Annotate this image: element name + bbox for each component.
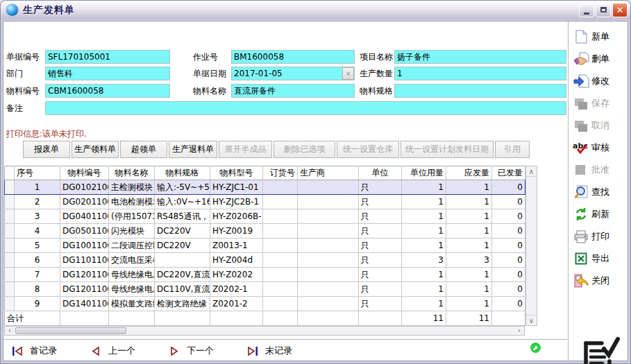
cell-material-spec: DC220V,直流 (155, 268, 210, 282)
items-grid: 序号 物料编号 物料名称 物料规格 物料型号 订货号 生产商 单位 单位用量 应… (4, 166, 525, 326)
col-header[interactable]: 生产商 (298, 166, 359, 180)
production-qty-field[interactable] (394, 67, 566, 80)
sidebar-button-close[interactable]: 关闭 (573, 272, 628, 290)
sidebar-button-audit[interactable]: abc 审核 (573, 139, 628, 157)
action-button[interactable]: 生产退料单 (169, 141, 217, 158)
col-header[interactable]: 物料编号 (60, 166, 109, 180)
scrollbar-thumb[interactable] (15, 327, 126, 334)
sidebar-label: 删单 (591, 53, 609, 65)
sidebar-button-delete[interactable]: 删单 (573, 50, 628, 68)
col-header[interactable]: 单位 (359, 166, 402, 180)
material-spec-label: 物料规格 (360, 84, 393, 98)
table-row[interactable]: 3 DG0401100 (停用150731 RS485通讯， HY-Z0206B… (5, 209, 525, 224)
date-dropdown-chevron-icon[interactable]: ∨ (342, 67, 354, 80)
material-no-field[interactable] (45, 84, 170, 98)
cell-material-name: 电池检测模块 (109, 195, 155, 209)
table-row[interactable]: 9 DG1401100 模拟量支路绝缘 检测支路绝缘 Z0201-2 只 1 1… (5, 297, 525, 311)
cell-material-spec: 检测支路绝缘 (155, 297, 210, 311)
edit-doc-icon (573, 73, 589, 89)
sidebar-button-find[interactable]: 查找 (573, 183, 628, 201)
grid-vertical-scrollbar[interactable]: ∧ ∨ (525, 166, 537, 326)
action-button[interactable]: 生产领料单 (71, 141, 119, 158)
sidebar-button-approve: 批准 (573, 161, 628, 179)
job-no-field[interactable] (231, 50, 355, 64)
cell-material-spec (155, 253, 210, 268)
main-area: 单据编号 作业号 项目名称 部门 单据日期 ∨ 生产数量 物料编号 物料名称 物… (3, 21, 567, 361)
cell-issued-qty: 0 (492, 282, 525, 297)
doc-date-field[interactable] (231, 67, 355, 80)
sidebar-button-export[interactable]: 导出 (573, 250, 628, 268)
close-icon[interactable]: ✕ (612, 3, 628, 17)
grid-horizontal-scrollbar[interactable]: ‹ › (4, 326, 525, 336)
department-field[interactable] (45, 67, 170, 80)
cell-issued-qty: 0 (492, 195, 525, 209)
material-name-field[interactable] (231, 84, 355, 98)
table-row[interactable]: 2 DG0201100 电池检测模块 输入:0V~+16V HY-ZJC2B-1… (5, 195, 525, 209)
row-selector[interactable] (5, 239, 15, 253)
table-row[interactable]: 8 DG1201100 母线绝缘电压 DC110V,直流 Z0202-1 只 1… (5, 282, 525, 297)
cell-issued-qty: 0 (492, 209, 525, 224)
row-selector[interactable] (5, 268, 15, 282)
col-header[interactable]: 应发量 (446, 166, 492, 180)
cell-material-model: HY-Z0019 (210, 224, 263, 239)
cell-material-spec: RS485通讯， (155, 209, 210, 224)
cell-order-no (263, 297, 298, 311)
row-selector[interactable] (5, 209, 15, 224)
print-info-text: 打印信息:该单未打印. (6, 128, 87, 140)
cell-material-name: 模拟量支路绝缘 (109, 297, 155, 311)
row-selector[interactable] (5, 253, 15, 268)
col-header[interactable]: 订货号 (263, 166, 298, 180)
nav-label: 末记录 (265, 345, 292, 357)
minimize-icon[interactable] (579, 3, 594, 17)
col-header[interactable]: 单位用量 (402, 166, 446, 180)
project-name-field[interactable] (394, 50, 566, 64)
next-record-button[interactable]: 下一个 (166, 343, 214, 358)
material-spec-field[interactable] (394, 84, 566, 98)
action-button: 引用 (495, 141, 530, 158)
sidebar-button-new[interactable]: 新单 (573, 28, 628, 46)
cell-unit-usage: 1 (402, 195, 446, 209)
maximize-icon[interactable] (596, 3, 611, 17)
cell-unit-usage: 1 (402, 239, 446, 253)
col-header[interactable]: 序号 (15, 166, 60, 180)
cell-due-qty: 1 (446, 195, 492, 209)
cell-due-qty: 3 (446, 253, 492, 268)
table-row[interactable]: 6 DG1101100 交流电压采样 HY-Z004d 只 3 3 0 (5, 253, 525, 268)
doc-no-field[interactable] (45, 50, 170, 64)
cell-material-no: DG1401100 (60, 297, 109, 311)
row-selector[interactable] (5, 297, 15, 311)
col-header[interactable]: 物料名称 (109, 166, 155, 180)
prev-record-button[interactable]: 上一个 (87, 343, 135, 358)
cell-material-model: HY-Z004d (210, 253, 263, 268)
cell-seq: 1 (15, 180, 60, 195)
col-header[interactable]: 物料型号 (210, 166, 263, 180)
action-button[interactable]: 超领单 (120, 141, 167, 158)
col-header[interactable]: 已发量 (492, 166, 525, 180)
sidebar-button-refresh[interactable]: 刷新 (573, 205, 628, 223)
cell-material-spec: 输入:-5V~+5V (155, 180, 210, 195)
row-selector[interactable] (5, 180, 15, 195)
sidebar-button-print[interactable]: 打印 (573, 227, 628, 245)
row-selector[interactable] (5, 282, 15, 297)
scroll-right-icon[interactable]: › (514, 327, 524, 335)
last-record-button[interactable]: 末记录 (244, 343, 292, 358)
table-row[interactable]: 5 DG1001100 二段调压控制 DC220V Z0013-1 只 1 1 … (5, 239, 525, 253)
scroll-down-icon[interactable]: ∨ (526, 315, 537, 325)
action-button[interactable]: 报废单 (23, 141, 70, 158)
first-record-button[interactable]: 首记录 (9, 343, 57, 358)
row-selector[interactable] (5, 224, 15, 239)
record-navigation: 首记录 上一个 下一个 (9, 343, 292, 358)
refresh-icon (573, 207, 589, 222)
scroll-left-icon[interactable]: ‹ (5, 327, 15, 335)
cell-unit: 只 (359, 297, 402, 311)
table-row[interactable]: 4 DG0501100 闪光模块 DC220V HY-Z0019 只 1 1 0 (5, 224, 525, 239)
col-header[interactable]: 物料规格 (155, 166, 210, 180)
table-row[interactable]: 7 DG1201100 母线绝缘电压 DC220V,直流 HY-Z0202 只 … (5, 268, 525, 282)
cell-unit-usage: 1 (402, 268, 446, 282)
remark-field[interactable] (45, 101, 566, 115)
row-selector[interactable] (5, 195, 15, 209)
scroll-up-icon[interactable]: ∧ (526, 166, 537, 177)
sidebar-button-modify[interactable]: 修改 (573, 72, 628, 90)
cell-material-name: 闪光模块 (109, 224, 155, 239)
table-row[interactable]: 1 DG0102100 主检测模块 输入:-5V~+5V HY-ZJC1-01 … (5, 180, 525, 195)
